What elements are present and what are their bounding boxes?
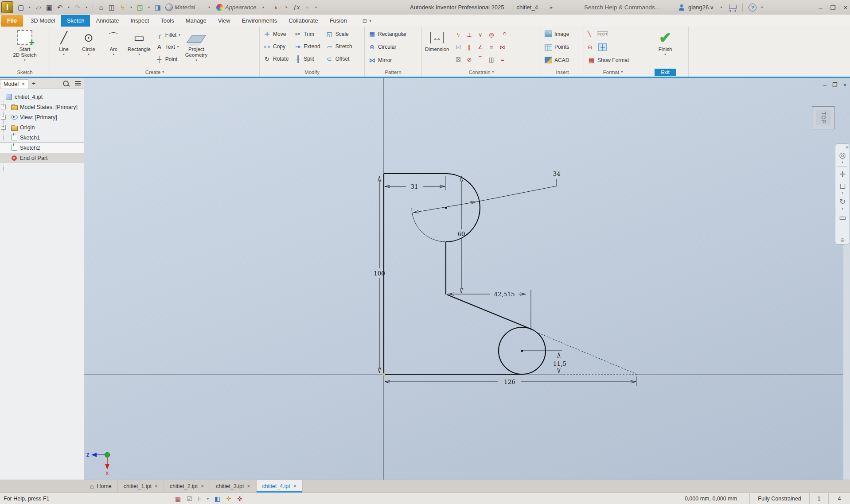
caret-down-icon[interactable]: ▾ [83, 3, 90, 12]
coincident-constraint-button[interactable]: ⋎ [478, 31, 483, 38]
push-pair-icon[interactable]: ◨ [153, 3, 163, 12]
caret-down-icon[interactable]: ▾ [27, 3, 33, 12]
angle-constraint-button[interactable]: ∠ [478, 44, 483, 50]
status-caret-down-icon[interactable]: ▾ [207, 497, 209, 501]
acad-button[interactable]: ACAD [542, 54, 571, 66]
ribbon-display-toggle[interactable]: ⊡▾ [363, 18, 378, 27]
ribbon-display-icon[interactable]: ⊡ [363, 18, 367, 24]
panel-label-modify[interactable]: Modify [260, 67, 364, 77]
navbar-close-icon[interactable]: ⊗ [845, 145, 849, 149]
split-button[interactable]: ╫Split [292, 53, 322, 64]
close-button[interactable]: × [844, 4, 847, 11]
tab-tools[interactable]: Tools [155, 15, 179, 27]
tree-item-sketch1[interactable]: Sketch1 [0, 132, 84, 143]
browser-search-icon[interactable] [63, 81, 69, 86]
caret-down-icon[interactable]: ▾ [63, 53, 65, 56]
dim-126-value[interactable]: 126 [504, 378, 515, 385]
rectangle-icon[interactable]: ▭ [134, 31, 145, 45]
caret-down-icon[interactable]: ▾ [492, 70, 494, 74]
tab-view[interactable]: View [212, 15, 236, 27]
minimize-button[interactable]: – [819, 4, 822, 11]
tree-item-origin[interactable]: +Origin [0, 122, 84, 132]
restore-button[interactable]: ❐ [830, 4, 836, 11]
doc-tab-chitiet-2-ipt[interactable]: chitiet_2.ipt× [164, 480, 210, 492]
status-dim-display-icon[interactable]: ⊦ [198, 495, 201, 502]
tab-sketch[interactable]: Sketch [61, 15, 90, 27]
panel-label-constrain[interactable]: Constrain▾ [422, 67, 541, 77]
caret-down-icon[interactable]: ▾ [177, 45, 179, 49]
appearance-dropdown[interactable]: Appearance [225, 4, 260, 11]
dimension-button[interactable]: ↔Dimension [423, 27, 451, 66]
material-caret-icon[interactable]: ▾ [208, 5, 210, 9]
circle-icon[interactable]: ⊙ [84, 31, 94, 45]
symmetric-constraint-button[interactable]: ⋈ [499, 44, 505, 50]
tab-annotate[interactable]: Annotate [90, 15, 125, 27]
navbar-zoom-window-icon[interactable]: ◻ [839, 180, 846, 191]
redo-icon[interactable]: ↷ [73, 3, 82, 12]
dim-42515-value[interactable]: 42,515 [494, 291, 515, 298]
canvas-minimize-icon[interactable]: – [823, 81, 827, 88]
tangent-constraint-button[interactable]: ⊘ [467, 56, 472, 63]
show-constraints-constraint-button[interactable]: ☑ [456, 44, 461, 50]
search-input[interactable]: Search Help & Commands... [584, 4, 675, 11]
stretch-button[interactable]: ▱Stretch [324, 41, 355, 52]
help-caret-icon[interactable]: ▾ [761, 5, 763, 9]
move-button[interactable]: ✛Move [261, 28, 291, 39]
caret-down-icon[interactable]: ▾ [370, 19, 371, 23]
tree-item-view-primary-[interactable]: +View: [Primary] [0, 112, 84, 122]
panel-label-sketch[interactable]: Sketch [0, 67, 50, 77]
canvas-scrollbar[interactable] [843, 244, 850, 480]
brackets-constraint-button[interactable]: [|] [489, 56, 494, 63]
doc-tab-close-icon[interactable]: × [155, 483, 158, 489]
navbar-orbit-icon[interactable]: ↻ [839, 196, 846, 207]
add-icon[interactable]: + [302, 3, 312, 12]
caret-down-icon[interactable]: ▾ [113, 53, 114, 56]
caret-down-icon[interactable]: ▾ [621, 70, 623, 74]
arc-icon[interactable]: ⌒ [108, 30, 119, 46]
dim-34[interactable] [413, 179, 557, 213]
doc-tab-chitiet-3-ipt[interactable]: chitiet_3.ipt× [210, 480, 256, 492]
expander-icon[interactable]: + [1, 115, 6, 120]
caret-down-icon[interactable]: ▾ [179, 33, 180, 37]
status-grid-snap-icon[interactable]: ▦ [175, 495, 181, 502]
centerline-slash-button[interactable]: ╲ [588, 31, 591, 37]
circular-pattern-button[interactable]: ⊛Circular [366, 42, 409, 53]
dim-115-value[interactable]: 11,5 [553, 360, 566, 367]
caret-down-icon[interactable]: ▾ [313, 3, 319, 12]
adjust-material-icon[interactable]: ◑ [270, 3, 280, 12]
smooth-constraint-button[interactable]: ⌒ [477, 55, 483, 63]
graphics-canvas[interactable]: 31 100 60 [84, 78, 850, 480]
auto-dim-constraint-button[interactable]: ϟ [456, 31, 460, 38]
navbar-caret-down-icon[interactable]: ▾ [842, 161, 843, 165]
status-dof-icon[interactable]: ✛ [226, 495, 231, 502]
arc-button[interactable]: ⌒Arc▾ [101, 27, 126, 66]
navbar-look-at-icon[interactable]: ▭ [839, 212, 846, 223]
material-dropdown[interactable]: Material [175, 4, 206, 11]
finish-button[interactable]: ✔Finish▾ [653, 27, 678, 66]
panel-label-create[interactable]: Create▾ [50, 67, 259, 77]
fillet-button[interactable]: ╭Fillet▾ [153, 29, 183, 40]
panel-label-insert[interactable]: Insert [541, 67, 584, 77]
fx-icon[interactable]: ƒx [292, 3, 301, 12]
rectangle-button[interactable]: ▭Rectangle▾ [126, 27, 152, 66]
inventor-app-button[interactable]: I [1, 1, 13, 13]
new-file-icon[interactable]: ▢ [16, 3, 26, 12]
concentric-constraint-button[interactable]: ◎ [489, 31, 494, 38]
undo-icon[interactable]: ↶ [55, 3, 65, 12]
tab-environments[interactable]: Environments [236, 15, 283, 27]
tab-3d-model[interactable]: 3D Model [25, 15, 61, 27]
tab-inspect[interactable]: Inspect [125, 15, 155, 27]
browser-add-tab-button[interactable]: + [28, 80, 39, 87]
status-slice-icon[interactable]: ◧ [214, 495, 220, 502]
circle-button[interactable]: ⊙Circle▾ [76, 27, 101, 66]
doc-tab-close-icon[interactable]: × [201, 483, 204, 489]
status-constraint-visibility-icon[interactable]: ☑ [187, 495, 192, 502]
caret-down-icon[interactable]: ▾ [162, 70, 164, 74]
expander-icon[interactable]: + [1, 125, 6, 130]
status-relax-icon[interactable]: ✜ [237, 495, 242, 502]
image-button[interactable]: Image [542, 28, 571, 39]
navbar-pan-icon[interactable]: ✛ [839, 168, 846, 180]
caret-down-icon[interactable]: ▾ [138, 53, 140, 56]
canvas-restore-icon[interactable]: ❐ [832, 81, 838, 88]
browser-tab-model[interactable]: Model × [0, 79, 28, 89]
